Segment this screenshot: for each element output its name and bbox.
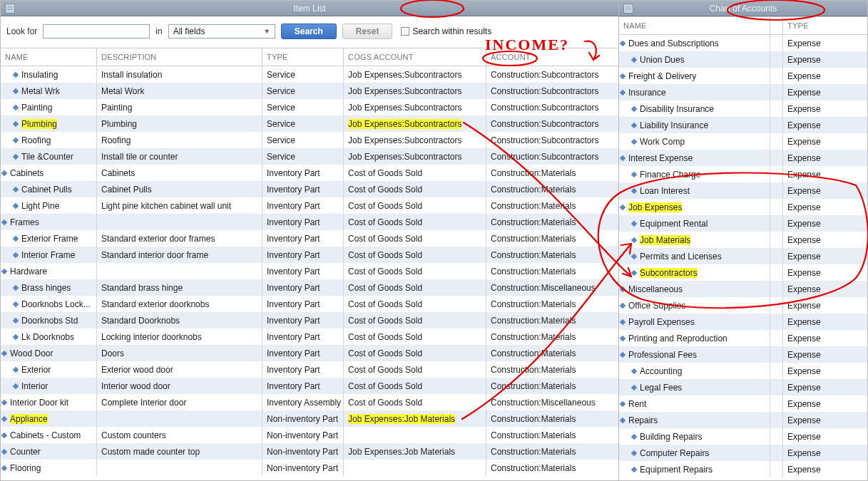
table-row[interactable]: Printing and ReproductionExpense <box>619 330 867 346</box>
table-row[interactable]: ApplianceNon-inventory PartJob Expenses:… <box>1 410 618 427</box>
item-cogs-account <box>344 460 486 476</box>
reset-button[interactable]: Reset <box>342 24 393 39</box>
account-name: Job Expenses <box>628 202 682 212</box>
account-name-cell: Work Comp <box>619 133 770 150</box>
item-list-rows[interactable]: InsulatingInstall insulationServiceJob E… <box>1 66 618 480</box>
account-type: Expense <box>783 35 867 51</box>
table-row[interactable]: PlumbingPlumbingServiceJob Expenses:Subc… <box>1 115 618 132</box>
spacer-cell <box>770 264 783 281</box>
header-type[interactable]: TYPE <box>262 48 344 66</box>
diamond-icon <box>631 253 637 259</box>
account-name: Miscellaneous <box>628 284 683 294</box>
table-row[interactable]: HardwareInventory PartCost of Goods Sold… <box>1 263 618 279</box>
table-row[interactable]: MiscellaneousExpense <box>619 281 867 297</box>
table-row[interactable]: Interior Door kitComplete Interior doorI… <box>1 394 618 410</box>
maximize-icon[interactable]: □ <box>623 4 633 14</box>
fields-select[interactable]: All fields ▼ <box>168 24 275 38</box>
table-row[interactable]: Computer RepairsExpense <box>619 445 867 461</box>
item-list-title: Item List <box>293 4 325 14</box>
table-row[interactable]: Doorknobs Lock...Standard exterior doork… <box>1 296 618 312</box>
table-row[interactable]: Tile &CounterInstall tile or counterServ… <box>1 148 618 165</box>
table-row[interactable]: RepairsExpense <box>619 412 867 428</box>
item-type: Non-inventory Part <box>262 410 344 427</box>
header-name[interactable]: NAME <box>1 48 97 66</box>
item-type: Service <box>262 115 344 132</box>
table-row[interactable]: InteriorInterior wood doorInventory Part… <box>1 378 618 394</box>
item-type: Inventory Assembly <box>262 394 344 410</box>
table-row[interactable]: RoofingRoofingServiceJob Expenses:Subcon… <box>1 132 618 148</box>
table-row[interactable]: Interest ExpenseExpense <box>619 150 867 166</box>
item-type: Inventory Part <box>262 279 344 296</box>
account-name: Disability Insurance <box>640 104 714 114</box>
table-row[interactable]: RentExpense <box>619 395 867 412</box>
table-row[interactable]: Metal WrkMetal WorkServiceJob Expenses:S… <box>1 83 618 99</box>
table-row[interactable]: Permits and LicensesExpense <box>619 248 867 264</box>
table-row[interactable]: Office SuppliesExpense <box>619 297 867 314</box>
table-row[interactable]: Freight & DeliveryExpense <box>619 68 867 84</box>
header-type[interactable]: TYPE <box>783 17 867 34</box>
item-account: Construction:Materials <box>486 214 618 230</box>
table-row[interactable]: ExteriorExterior wood doorInventory Part… <box>1 361 618 378</box>
table-row[interactable]: Cabinets - CustomCustom countersNon-inve… <box>1 427 618 443</box>
header-account[interactable]: ACCOUNT <box>486 48 618 66</box>
header-cogs-account[interactable]: COGS ACCOUNT <box>344 48 486 66</box>
table-row[interactable]: Doorknobs StdStandard DoorknobsInventory… <box>1 312 618 329</box>
table-row[interactable]: Professional FeesExpense <box>619 346 867 363</box>
table-row[interactable]: AccountingExpense <box>619 363 867 379</box>
table-row[interactable]: Liability InsuranceExpense <box>619 117 867 133</box>
chart-rows[interactable]: Dues and SubscriptionsExpenseUnion DuesE… <box>619 35 867 480</box>
spacer-cell <box>770 379 783 395</box>
spacer-cell <box>770 281 783 297</box>
table-row[interactable]: Equipment RepairsExpense <box>619 461 867 477</box>
table-row[interactable]: Loan InterestExpense <box>619 182 867 199</box>
diamond-icon <box>631 466 637 472</box>
header-description[interactable]: DESCRIPTION <box>97 48 262 66</box>
table-row[interactable]: Wood DoorDoorsInventory PartCost of Good… <box>1 345 618 361</box>
table-row[interactable]: Job MaterialsExpense <box>619 232 867 248</box>
table-row[interactable]: Payroll ExpensesExpense <box>619 314 867 330</box>
table-row[interactable]: CabinetsCabinetsInventory PartCost of Go… <box>1 165 618 181</box>
table-row[interactable]: Work CompExpense <box>619 133 867 150</box>
table-row[interactable]: Dues and SubscriptionsExpense <box>619 35 867 51</box>
maximize-icon[interactable]: □ <box>5 4 15 14</box>
table-row[interactable]: PaintingPaintingServiceJob Expenses:Subc… <box>1 99 618 115</box>
table-row[interactable]: SubcontractorsExpense <box>619 264 867 281</box>
item-type: Non-inventory Part <box>262 443 344 460</box>
item-cogs-account: Cost of Goods Sold <box>344 263 486 279</box>
table-row[interactable]: Exterior FrameStandard exterior door fra… <box>1 230 618 247</box>
table-row[interactable]: InsulatingInstall insulationServiceJob E… <box>1 66 618 83</box>
account-name-cell: Office Supplies <box>619 297 770 314</box>
table-row[interactable]: Building RepairsExpense <box>619 428 867 445</box>
table-row[interactable]: Cabinet PullsCabinet PullsInventory Part… <box>1 181 618 197</box>
table-row[interactable]: CounterCustom made counter topNon-invent… <box>1 443 618 460</box>
table-row[interactable]: FramesInventory PartCost of Goods SoldCo… <box>1 214 618 230</box>
table-row[interactable]: Job ExpensesExpense <box>619 199 867 215</box>
header-name[interactable]: NAME <box>619 17 770 34</box>
table-row[interactable]: Union DuesExpense <box>619 51 867 68</box>
table-row[interactable]: Interior FrameStandard interior door fra… <box>1 247 618 263</box>
table-row[interactable]: Finance ChargeExpense <box>619 166 867 182</box>
item-name: Doorknobs Lock... <box>21 299 91 309</box>
spacer-cell <box>770 117 783 133</box>
table-row[interactable]: Equipment RentalExpense <box>619 215 867 232</box>
table-row[interactable]: Brass hingesStandard brass hingeInventor… <box>1 279 618 296</box>
table-row[interactable]: Disability InsuranceExpense <box>619 100 867 117</box>
table-row[interactable]: Light PineLight pine kitchen cabinet wal… <box>1 197 618 214</box>
chevron-down-icon: ▼ <box>264 28 270 35</box>
search-within-checkbox[interactable]: Search within results <box>401 26 491 36</box>
account-name: Insurance <box>628 88 666 98</box>
table-row[interactable]: InsuranceExpense <box>619 84 867 100</box>
item-description: Exterior wood door <box>97 361 262 378</box>
item-type: Inventory Part <box>262 312 344 329</box>
account-name: Finance Charge <box>640 170 700 180</box>
account-name-cell: Job Materials <box>619 232 770 248</box>
account-name-cell: Printing and Reproduction <box>619 330 770 346</box>
table-row[interactable]: Lk DoorknobsLocking interior doorknobsIn… <box>1 329 618 345</box>
table-row[interactable]: Legal FeesExpense <box>619 379 867 395</box>
item-account: Construction:Subcontractors <box>486 83 618 99</box>
look-for-input[interactable] <box>43 24 150 38</box>
diamond-icon <box>620 319 626 324</box>
item-description: Doors <box>97 345 262 361</box>
table-row[interactable]: FlooringNon-inventory PartConstruction:M… <box>1 460 618 476</box>
search-button[interactable]: Search <box>281 24 337 39</box>
